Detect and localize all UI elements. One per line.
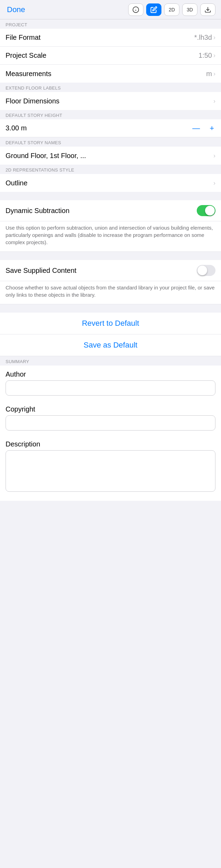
2d-repr-section-header: 2D REPRESENTATIONS STYLE (0, 165, 221, 174)
done-button[interactable]: Done (6, 5, 27, 14)
floor-dimensions-chevron: › (213, 98, 215, 105)
spacer-1 (0, 192, 221, 200)
story-names-section-header: DEFAULT STORY NAMES (0, 137, 221, 147)
file-format-text: *.lh3d (194, 34, 212, 41)
file-format-chevron: › (213, 34, 215, 41)
file-format-value: *.lh3d › (194, 34, 215, 41)
export-button[interactable] (200, 3, 215, 16)
save-supplied-content-row: Save Supplied Content (0, 260, 221, 281)
project-scale-text: 1:50 (198, 52, 212, 59)
decrease-height-button[interactable]: — (191, 124, 201, 132)
measurements-label: Measurements (6, 70, 51, 78)
story-names-value: › (213, 152, 215, 159)
save-as-default-button[interactable]: Save as Default (0, 334, 221, 356)
project-scale-value: 1:50 › (198, 52, 215, 59)
file-format-label: File Format (6, 34, 41, 41)
measurements-value: m › (206, 70, 215, 78)
dynamic-subtraction-label: Dynamic Subtraction (6, 207, 70, 215)
story-names-card-group: Ground Floor, 1st Floor, ... › (0, 147, 221, 165)
dynamic-subtraction-toggle[interactable] (197, 205, 215, 216)
revert-to-default-button[interactable]: Revert to Default (0, 313, 221, 334)
spacer-3 (0, 304, 221, 313)
edit-button[interactable] (146, 3, 161, 16)
floor-dimensions-value: › (213, 98, 215, 105)
action-buttons-group: Revert to Default Save as Default (0, 313, 221, 356)
summary-section-header: SUMMARY (0, 356, 221, 366)
dynamic-subtraction-description: Use this option to perform subtraction, … (0, 221, 221, 252)
copyright-input[interactable] (6, 415, 215, 431)
summary-group: Author Copyright Description (0, 366, 221, 501)
file-format-row[interactable]: File Format *.lh3d › (0, 29, 221, 47)
extend-floor-card-group: Floor Dimensions › (0, 92, 221, 110)
story-height-row: 3.00 m — + (0, 119, 221, 137)
measurements-row[interactable]: Measurements m › (0, 65, 221, 83)
save-supplied-content-label: Save Supplied Content (6, 267, 77, 275)
story-names-label: Ground Floor, 1st Floor, ... (6, 152, 86, 160)
measurements-text: m (206, 70, 212, 78)
description-label: Description (0, 435, 221, 450)
save-supplied-content-knob (197, 266, 207, 275)
dynamic-subtraction-knob (205, 206, 215, 215)
story-names-chevron: › (213, 152, 215, 159)
dynamic-subtraction-group: Dynamic Subtraction Use this option to p… (0, 200, 221, 252)
save-supplied-content-group: Save Supplied Content Choose whether to … (0, 260, 221, 304)
outline-chevron: › (213, 179, 215, 187)
top-navigation: Done 2D 3D (0, 0, 221, 19)
outline-value: › (213, 179, 215, 187)
floor-dimensions-label: Floor Dimensions (6, 97, 60, 105)
author-label: Author (0, 366, 221, 380)
save-supplied-content-description: Choose whether to save actual objects fr… (0, 281, 221, 304)
copyright-label: Copyright (0, 400, 221, 415)
save-supplied-content-toggle[interactable] (197, 265, 215, 276)
3d-button[interactable]: 3D (182, 3, 197, 16)
height-controls: — + (191, 124, 215, 132)
nav-icon-group: 2D 3D (128, 3, 215, 16)
story-names-row[interactable]: Ground Floor, 1st Floor, ... › (0, 147, 221, 165)
project-card-group: File Format *.lh3d › Project Scale 1:50 … (0, 29, 221, 83)
project-scale-row[interactable]: Project Scale 1:50 › (0, 47, 221, 65)
project-scale-chevron: › (213, 52, 215, 59)
outline-row[interactable]: Outline › (0, 174, 221, 192)
floor-dimensions-row[interactable]: Floor Dimensions › (0, 92, 221, 110)
project-section-header: PROJECT (0, 19, 221, 29)
story-height-card-group: 3.00 m — + (0, 119, 221, 137)
info-button[interactable] (128, 3, 143, 16)
spacer-2 (0, 252, 221, 260)
increase-height-button[interactable]: + (208, 124, 215, 132)
dynamic-subtraction-row: Dynamic Subtraction (0, 200, 221, 221)
2d-repr-card-group: Outline › (0, 174, 221, 192)
description-input[interactable] (6, 450, 215, 492)
outline-label: Outline (6, 179, 27, 187)
author-input[interactable] (6, 380, 215, 396)
2d-button[interactable]: 2D (164, 3, 179, 16)
story-height-section-header: DEFAULT STORY HEIGHT (0, 110, 221, 119)
measurements-chevron: › (213, 70, 215, 77)
story-height-value: 3.00 m (6, 124, 27, 132)
project-scale-label: Project Scale (6, 52, 46, 59)
extend-floor-section-header: EXTEND FLOOR LABELS (0, 83, 221, 92)
